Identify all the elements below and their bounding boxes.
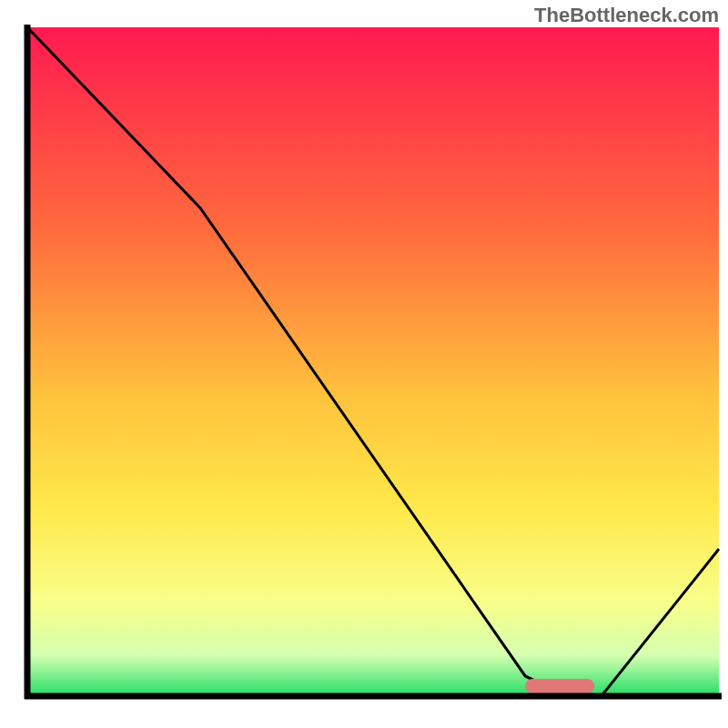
bottleneck-marker (525, 679, 594, 693)
plot-background (27, 27, 719, 696)
watermark-text: TheBottleneck.com (534, 4, 719, 27)
chart-svg (0, 0, 728, 728)
chart-container: TheBottleneck.com (0, 0, 728, 728)
